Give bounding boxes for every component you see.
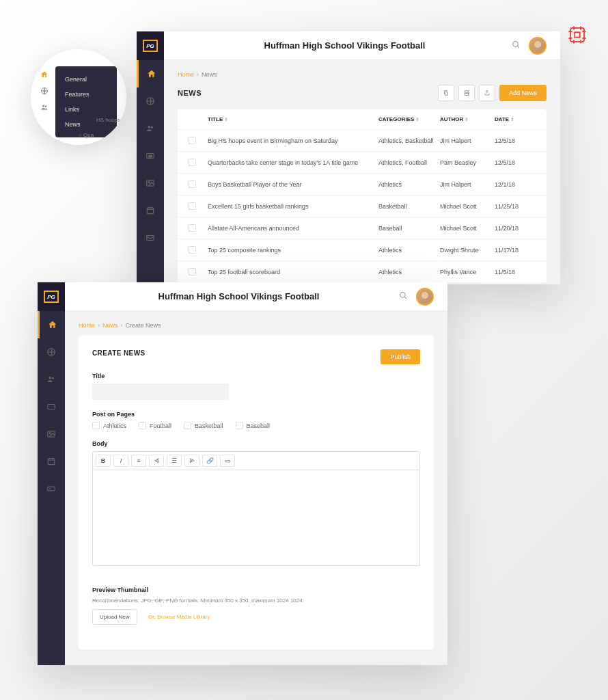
svg-point-5 [148,126,151,129]
avatar[interactable] [416,288,434,306]
sidebar-ad-icon[interactable] [38,393,65,420]
breadcrumb-home[interactable]: Home [178,71,194,78]
cell-title: Big HS hoops event in Birmingham on Satu… [208,137,378,144]
svg-rect-14 [445,92,447,95]
header: Huffman High School Vikings Football [164,31,560,60]
cell-date: 12/5/18 [495,137,536,144]
title-input[interactable] [92,383,229,400]
table-row[interactable]: Quarterbacks take center stage in today'… [178,152,547,174]
menu-item-features[interactable]: Features [55,87,117,102]
checkbox[interactable] [236,422,243,429]
sidebar-home-icon[interactable] [38,311,65,338]
table-row[interactable]: Boys Basketball Player of the Year Athle… [178,174,547,196]
row-checkbox[interactable] [189,180,196,188]
column-author[interactable]: AUTHOR⇕ [440,116,495,122]
svg-text:AD: AD [148,154,152,158]
column-title[interactable]: TITLE⇕ [208,116,378,122]
context-menu: General Features Links News [55,66,117,137]
row-checkbox[interactable] [189,224,196,232]
cell-author: Michael Scott [440,203,495,210]
breadcrumb-home[interactable]: Home [79,322,95,329]
sidebar-ad-icon[interactable]: AD [137,142,164,170]
checkbox[interactable] [184,422,191,429]
sidebar-calendar-icon[interactable] [38,448,65,475]
cell-author: Phyllis Vance [440,269,495,275]
page-option-label: Football [150,422,171,429]
menu-item-general[interactable]: General [55,72,117,87]
link-button[interactable]: 🔗 [202,455,217,467]
svg-point-17 [49,377,52,379]
sidebar-mail-icon[interactable] [137,224,164,252]
align-right-button[interactable]: ⫸ [184,455,199,467]
publish-button[interactable]: Publish [381,349,420,364]
page-option[interactable]: Basketball [184,422,223,429]
cell-date: 11/20/18 [495,225,536,232]
print-icon-button[interactable] [458,85,475,101]
sidebar-image-icon[interactable] [38,420,65,448]
align-center-button[interactable]: ☰ [167,455,182,467]
avatar[interactable] [529,37,547,55]
table-row[interactable]: Top 25 composite rankings Athletics Dwig… [178,239,547,261]
cell-date: 12/1/18 [495,181,536,188]
italic-button[interactable]: I [113,455,128,467]
sidebar-users-icon[interactable] [137,115,164,142]
page-option-label: Basketball [195,422,223,429]
svg-rect-15 [465,93,468,95]
page-option[interactable]: Baseball [236,422,271,429]
table-row[interactable]: Allstate All-Americans announced Basebal… [178,217,547,239]
table-row[interactable]: Top 25 football scoreboard Athletics Phy… [178,261,547,283]
checkbox[interactable] [139,422,146,429]
column-date[interactable]: DATE⇕ [495,116,536,122]
sidebar-users-icon[interactable] [38,366,65,393]
row-checkbox[interactable] [189,268,196,275]
sidebar: PG [38,282,65,665]
sidebar: PG AD [137,31,164,284]
column-categories[interactable]: CATEGORIES⇕ [378,116,440,122]
header: Huffman High School Vikings Football [65,282,447,311]
copy-icon-button[interactable] [438,85,454,101]
row-checkbox[interactable] [189,137,196,144]
editor-toolbar: B I ≡ ⫷ ☰ ⫸ 🔗 ▭ [92,451,420,470]
users-icon[interactable] [36,99,53,116]
sidebar-image-icon[interactable] [137,170,164,197]
add-news-button[interactable]: Add News [499,85,547,101]
browse-media-link[interactable]: Or, Browse Media Library [148,614,210,620]
cell-author: Michael Scott [440,225,495,232]
menu-item-links[interactable]: Links [55,102,117,117]
body-editor[interactable] [92,470,420,566]
sidebar-globe-icon[interactable] [38,338,65,366]
upload-button[interactable]: Upload New [92,609,137,625]
export-icon-button[interactable] [479,85,495,101]
cell-title: Top 25 football scoreboard [208,269,378,275]
table-row[interactable]: Excellent 15 girls basketball rankings B… [178,196,547,217]
logo[interactable]: PG [137,31,164,60]
hint-text: HS hoops [96,117,120,123]
search-icon[interactable] [399,291,408,303]
cell-categories: Athletics [378,181,440,188]
page-title: Huffman High School Vikings Football [79,291,399,301]
checkbox[interactable] [92,422,100,429]
sidebar-calendar-icon[interactable] [137,197,164,224]
page-option[interactable]: Football [139,422,171,429]
page-option[interactable]: Athletics [92,422,126,429]
image-button[interactable]: ▭ [220,455,235,467]
home-icon[interactable] [36,66,53,83]
row-checkbox[interactable] [189,246,196,254]
cell-date: 11/5/18 [495,269,536,275]
body-label: Body [92,440,420,447]
decorative-corner-icon [567,25,588,48]
breadcrumb-news[interactable]: News [102,322,118,329]
sidebar-home-icon[interactable] [137,60,164,88]
row-checkbox[interactable] [189,202,196,210]
globe-icon[interactable] [36,83,53,99]
search-icon[interactable] [512,40,521,52]
table-row[interactable]: Big HS hoops event in Birmingham on Satu… [178,130,547,152]
logo[interactable]: PG [38,282,65,311]
bold-button[interactable]: B [96,455,111,467]
row-checkbox[interactable] [189,159,196,166]
align-left-button[interactable]: ⫷ [149,455,164,467]
sidebar-globe-icon[interactable] [137,88,164,115]
list-ul-button[interactable]: ≡ [131,455,146,467]
thumbnail-label: Preview Thumbnail [92,587,420,593]
sidebar-card-icon[interactable] [38,475,65,502]
